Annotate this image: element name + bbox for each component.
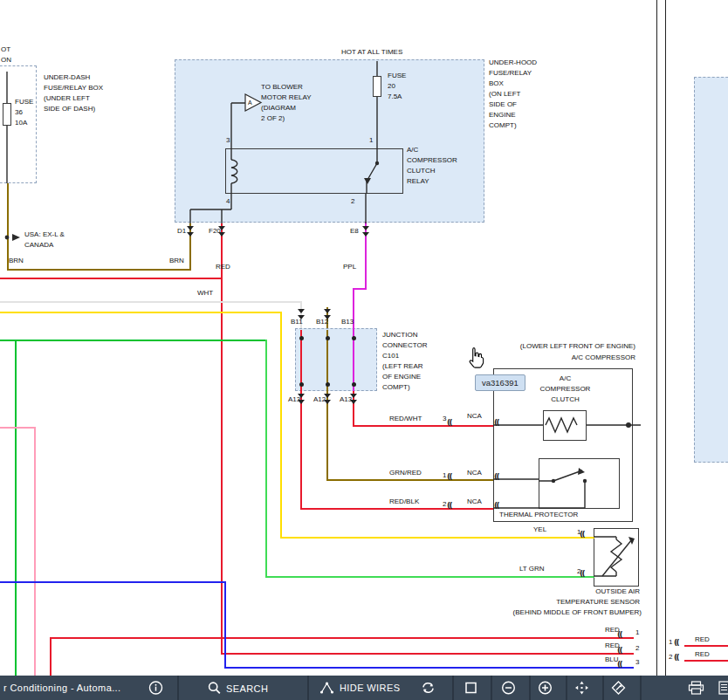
inline-connector-symbol: ((: [674, 653, 678, 662]
thermal-protector[interactable]: [539, 458, 620, 509]
diagram-label: NCA: [467, 469, 482, 477]
diagram-label: A/C: [407, 146, 418, 154]
wire-red[interactable]: [300, 391, 302, 510]
diagram-label: FUSE/RELAY: [489, 69, 532, 77]
fuse-20-symbol[interactable]: [373, 76, 381, 97]
wire-red[interactable]: [221, 653, 634, 655]
diagram-label: COMPT): [489, 121, 517, 129]
wire-ltg[interactable]: [265, 576, 594, 578]
diagram-label: MOTOR RELAY: [261, 93, 312, 101]
wire-brn[interactable]: [7, 269, 191, 271]
wire-blu[interactable]: [0, 581, 226, 583]
diagram-label: ON: [1, 56, 11, 64]
diagram-label: RELAY: [407, 177, 429, 185]
under-hood-fuse-relay-box: [175, 59, 484, 223]
junction-connector-box: [295, 328, 377, 391]
fit-diagram-button[interactable]: [611, 681, 626, 696]
stop-button[interactable]: [464, 682, 477, 695]
diagram-label: CANADA: [24, 241, 53, 249]
junction-dot: [299, 382, 304, 387]
wire-pnk[interactable]: [34, 427, 36, 676]
inline-connector-symbol: ((: [617, 630, 622, 639]
wire-yel[interactable]: [280, 537, 594, 539]
compressor-clutch-coil[interactable]: [543, 410, 587, 441]
active-tab-label[interactable]: r Conditioning - Automa...: [3, 683, 121, 693]
connector-arrow: [362, 226, 369, 238]
ac-compressor-clutch-relay[interactable]: [225, 148, 403, 194]
wire-red[interactable]: [684, 645, 728, 647]
wire-ppl[interactable]: [353, 288, 367, 290]
toolbar-separator: [491, 676, 492, 700]
search-button-label: SEARCH: [226, 683, 268, 693]
wire-pnk[interactable]: [0, 427, 36, 429]
diagram-label: UNDER-HOOD: [489, 58, 537, 66]
wire-blu[interactable]: [224, 667, 634, 669]
diagram-label: NCA: [467, 412, 482, 420]
diagram-label: (DIAGRAM: [261, 104, 296, 112]
diagram-label: C101: [382, 352, 399, 360]
toolbar-separator: [640, 676, 642, 700]
junction-dot: [326, 336, 330, 340]
wire-grn[interactable]: [0, 340, 267, 341]
fuse-36-symbol[interactable]: [3, 103, 11, 126]
wire-blu[interactable]: [224, 581, 226, 669]
search-button[interactable]: SEARCH: [208, 682, 268, 695]
diagram-label: E8: [350, 227, 359, 235]
print-button[interactable]: [688, 681, 704, 696]
diagram-label: 36: [15, 108, 23, 116]
zoom-out-button[interactable]: [501, 681, 516, 696]
diagram-canvas[interactable]: OTONUNDER-DASHFUSE/RELAY BOX(UNDER LEFTS…: [0, 0, 728, 676]
toolbar-separator: [452, 676, 454, 700]
diagram-label: NCA: [467, 498, 482, 505]
diagram-label: CONNECTOR: [382, 341, 427, 349]
diagram-label: (LOWER LEFT FRONT OF ENGINE): [471, 342, 635, 350]
wire-red[interactable]: [684, 660, 728, 662]
diagram-label: OUTSIDE AIR: [471, 587, 640, 595]
wire-red[interactable]: [221, 279, 223, 655]
inline-connector-symbol: ((: [494, 418, 498, 427]
outside-air-temperature-sensor[interactable]: [594, 528, 639, 587]
diagram-label: 1: [369, 136, 373, 144]
diagram-label: (UNDER LEFT: [44, 94, 90, 102]
diagram-label: A/C: [524, 374, 607, 382]
diagram-label: RED: [695, 635, 710, 643]
diagram-label: THERMAL PROTECTOR: [499, 511, 578, 518]
connector-arrow: [324, 394, 331, 406]
wire-yel[interactable]: [280, 312, 282, 539]
diagram-label: USA: EX-L &: [24, 230, 65, 238]
diagram-label: HOT AT ALL TIMES: [341, 48, 402, 56]
diagram-label: OT: [1, 45, 10, 53]
wire-grn[interactable]: [15, 341, 17, 676]
wire-brn[interactable]: [326, 479, 493, 481]
refresh-button[interactable]: [421, 681, 436, 695]
connector-arrow: [350, 394, 357, 406]
zoom-in-button[interactable]: [538, 681, 553, 696]
info-button[interactable]: [148, 681, 163, 696]
junction-dot: [352, 336, 356, 340]
diagram-label: RED/WHT: [389, 415, 422, 422]
wire-wht[interactable]: [0, 301, 302, 303]
diagram-label: 1: [443, 471, 446, 479]
hide-wires-button[interactable]: HIDE WIRES: [319, 681, 400, 695]
wire-red[interactable]: [50, 637, 52, 676]
wire-yel[interactable]: [0, 312, 282, 313]
diagram-label: 1: [635, 628, 639, 636]
pan-button[interactable]: [574, 681, 589, 696]
inline-connector-symbol: ((: [580, 569, 584, 578]
diagram-label: 1: [669, 638, 672, 646]
diagram-label: JUNCTION: [382, 331, 417, 339]
wire-ltg[interactable]: [265, 340, 267, 578]
diagram-label: RED: [695, 650, 710, 658]
diagram-label: UNDER-DASH: [44, 73, 90, 81]
more-tools-button[interactable]: [718, 681, 728, 696]
wire-red[interactable]: [353, 425, 493, 427]
diagram-label: (BEHIND MIDDLE OF FRONT BUMPER): [471, 608, 642, 616]
inline-connector-symbol: ((: [617, 646, 622, 655]
diagram-label: FUSE/RELAY BOX: [44, 84, 103, 92]
connector-arrow: [187, 226, 194, 238]
toolbar-separator: [177, 676, 179, 700]
wire-red[interactable]: [300, 508, 493, 510]
wire-red[interactable]: [50, 637, 634, 639]
junction-dot: [352, 382, 356, 387]
wire-red[interactable]: [0, 278, 223, 279]
